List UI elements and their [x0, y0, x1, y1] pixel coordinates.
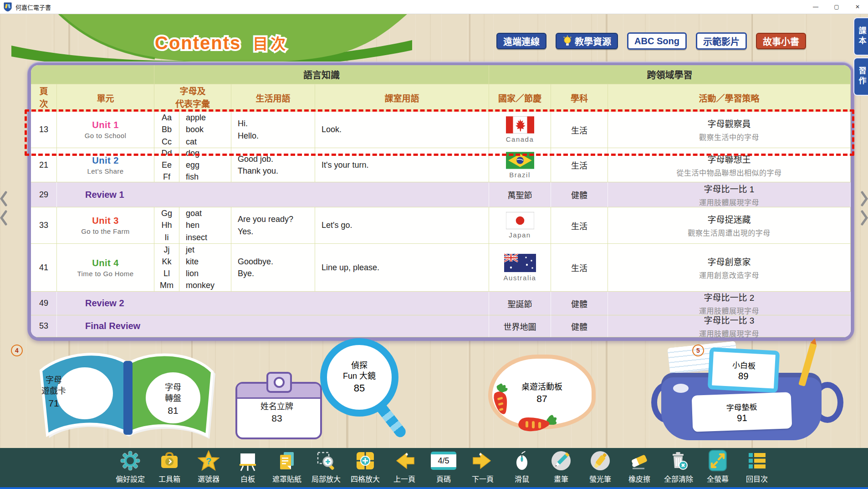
toolbar-page-number[interactable]: 4/5 頁碼: [424, 448, 463, 486]
app-window: 何嘉仁電子書 — ▢ ✕ Contents 目次 遠端連線: [0, 0, 868, 489]
toolbar-label: 畫筆: [554, 473, 568, 484]
letter-spinner-link[interactable]: 字母 轉盤 81: [145, 382, 201, 416]
close-button[interactable]: ✕: [847, 0, 868, 14]
fullscreen-icon: [707, 450, 728, 472]
toolbar-number-picker[interactable]: ? 選號器: [189, 448, 228, 486]
col-header-unit: 單元: [57, 84, 154, 112]
toolbar-back-to-contents[interactable]: 回目次: [737, 448, 776, 486]
demo-video-button[interactable]: 示範影片: [696, 32, 747, 50]
country-cell: Canada: [489, 112, 551, 148]
svg-text:?: ?: [206, 456, 211, 466]
teaching-resources-button[interactable]: 教學資源: [556, 33, 618, 49]
taskbar-strip: [0, 487, 868, 489]
final-review-cell[interactable]: Final Review: [57, 315, 489, 337]
toolbar-label: 下一頁: [472, 473, 494, 484]
toolbar-label: 遮罩貼紙: [272, 473, 301, 484]
toolbar-next-page[interactable]: 下一頁: [463, 448, 502, 486]
highlighter-icon: [590, 450, 611, 471]
arrow-right-icon: [471, 450, 494, 471]
col-header-classroom-phrases: 課室用語: [315, 84, 489, 112]
abc-song-label: ABC Song: [634, 36, 679, 46]
festival-cell: 聖誕節: [489, 292, 551, 315]
country-caption: Australia: [504, 274, 536, 282]
toolbar-label: 螢光筆: [589, 473, 611, 484]
unit-1-cell[interactable]: Unit 1 Go to School: [57, 112, 154, 148]
activity-desc: 運用創意改造字母: [699, 269, 759, 280]
game-cards-link[interactable]: 字母 遊戲卡 71: [26, 375, 82, 409]
name-stand-page: 83: [237, 413, 317, 424]
unit-2-title: Unit 2: [92, 155, 119, 166]
unit-1-title: Unit 1: [92, 120, 119, 130]
page-badge-left[interactable]: 4: [11, 345, 23, 356]
minimize-button[interactable]: —: [805, 0, 826, 14]
activity-cell: 字母比一比 1 運用肢體展現字母: [608, 182, 851, 207]
words-cell: apple book cat: [179, 112, 231, 148]
country-caption: Canada: [506, 135, 534, 143]
subject-cell: 健體: [551, 182, 608, 207]
toolbar-clear-all[interactable]: 全部清除: [659, 448, 698, 486]
toolbar-prev-page[interactable]: 上一頁: [385, 448, 424, 486]
contents-list-icon: [746, 450, 767, 471]
toolbar-highlighter[interactable]: 螢光筆: [581, 448, 620, 486]
activity-title: 字母捉迷藏: [707, 213, 751, 225]
whiteboard-link[interactable]: 小白板 89: [708, 347, 780, 393]
area-magnifier-icon: [316, 450, 337, 471]
review-2-cell[interactable]: Review 2: [57, 292, 489, 315]
letter-spinner-page: 81: [145, 405, 201, 416]
letters-cell: Aa Bb Cc: [154, 112, 179, 148]
letters-cell: Gg Hh Ii: [154, 207, 179, 244]
star-question-icon: ?: [198, 450, 220, 471]
col-header-page: 頁 次: [31, 84, 57, 112]
review-1-cell[interactable]: Review 1: [57, 182, 489, 207]
toolbar-mouse[interactable]: 滑鼠: [502, 448, 541, 486]
arrow-left-icon: [393, 450, 416, 471]
country-caption: Japan: [509, 231, 531, 239]
toolbar-label: 橡皮擦: [628, 473, 650, 484]
festival-cell: 世界地圖: [489, 315, 551, 337]
letter-mat-link[interactable]: 字母墊板 91: [692, 392, 792, 432]
fun-magnifier-link[interactable]: 偵探 Fun 大鏡 85: [320, 338, 398, 417]
subject-cell: 生活: [551, 207, 608, 244]
toolbar-label: 工具箱: [158, 473, 180, 484]
toolbar-partial-zoom[interactable]: 局部放大: [306, 448, 346, 486]
toolbar-preferences[interactable]: 偏好設定: [111, 448, 150, 486]
bottom-toolbar: 偏好設定 工具箱 ? 選號器 白板: [0, 448, 868, 487]
letters-cell: Jj Kk Ll Mm: [154, 244, 179, 292]
tab-textbook[interactable]: 課本: [853, 17, 868, 56]
fun-magnifier-label: 偵探 Fun 大鏡: [343, 360, 376, 382]
col-header-life-phrases: 生活用語: [231, 84, 315, 112]
toolbar-mask-stickers[interactable]: 遮罩貼紙: [267, 448, 306, 486]
page-badge-right[interactable]: 5: [692, 345, 704, 356]
toolbar-quad-zoom[interactable]: 四格放大: [346, 448, 385, 486]
story-book-button[interactable]: 故事小書: [756, 33, 806, 49]
activity-cell: 字母創意家 運用創意改造字母: [608, 244, 851, 292]
unit-1-subtitle: Go to School: [85, 132, 127, 139]
sticker-sheets-icon: [276, 450, 297, 471]
app-logo-icon: [4, 2, 12, 11]
toolbar-eraser[interactable]: 橡皮擦: [620, 448, 659, 486]
mouse-icon: [511, 450, 532, 471]
toolbar-fullscreen[interactable]: 全螢幕: [698, 448, 737, 486]
tab-workbook[interactable]: 習作: [853, 57, 868, 96]
col-header-subject: 學科: [551, 84, 608, 112]
prev-page-edge-arrow[interactable]: [0, 190, 7, 228]
abc-song-button[interactable]: ABC Song: [627, 32, 687, 50]
activity-title: 字母比一比 1: [704, 182, 755, 195]
maximize-button[interactable]: ▢: [826, 0, 847, 14]
toolbar-whiteboard[interactable]: 白板: [228, 448, 267, 486]
remote-connection-button[interactable]: 遠端連線: [496, 33, 546, 49]
toolbar-toolbox[interactable]: 工具箱: [150, 448, 189, 486]
toolbar-label: 白板: [240, 473, 255, 484]
toolbar-label: 選號器: [198, 473, 220, 484]
classroom-phrases-cell: Let's go.: [315, 207, 489, 244]
unit-4-cell[interactable]: Unit 4 Time to Go Home: [57, 244, 154, 292]
col-header-letters: 字母及 代表字彙: [154, 84, 231, 112]
unit-3-cell[interactable]: Unit 3 Go to the Farm: [57, 207, 154, 244]
toolbar-pen[interactable]: 畫筆: [541, 448, 581, 486]
next-page-edge-arrow[interactable]: [861, 190, 868, 228]
subject-cell: 健體: [551, 315, 608, 337]
classroom-phrases-cell: It's your turn.: [315, 148, 489, 182]
page-number: 49: [31, 292, 57, 315]
unit-2-cell[interactable]: Unit 2 Let's Share: [57, 148, 154, 182]
country-cell: Japan: [489, 207, 551, 244]
